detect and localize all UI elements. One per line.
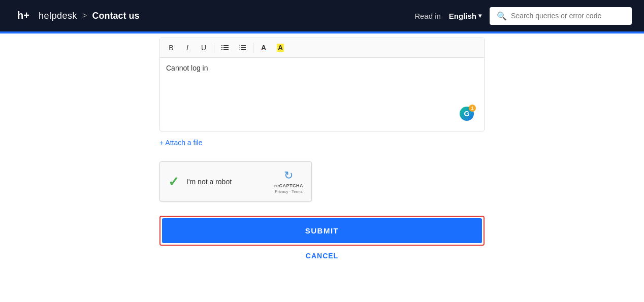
search-input[interactable] xyxy=(511,12,625,20)
header: h+ helpdesk > Contact us Read in English… xyxy=(0,0,644,31)
svg-rect-3 xyxy=(223,45,229,46)
language-label: English xyxy=(449,12,476,20)
editor-toolbar: B I U 1. xyxy=(160,38,484,58)
captcha-checkmark: ✓ xyxy=(168,175,179,188)
recaptcha-brand: reCAPTCHA xyxy=(274,183,303,188)
logo-area[interactable]: h+ helpdesk xyxy=(12,5,77,27)
ordered-list-button[interactable]: 1. 2. 3. xyxy=(235,41,250,54)
recaptcha-links: Privacy · Terms xyxy=(275,189,303,194)
captcha-label: I'm not a robot xyxy=(186,178,267,186)
form-container: B I U 1. xyxy=(159,38,485,260)
svg-text:3.: 3. xyxy=(239,48,240,51)
breadcrumb-separator: > xyxy=(82,11,87,20)
helpdesk-label: helpdesk xyxy=(39,11,77,21)
svg-rect-9 xyxy=(241,45,246,46)
grammarly-widget[interactable]: G 1 xyxy=(465,112,479,126)
font-bg-button[interactable]: A xyxy=(273,41,288,54)
language-selector[interactable]: English ▾ xyxy=(449,12,481,20)
cancel-link[interactable]: CANCEL xyxy=(159,252,485,260)
svg-rect-2 xyxy=(221,45,222,46)
recaptcha-arrows-icon: ↻ xyxy=(284,169,293,182)
bullet-list-button[interactable] xyxy=(217,41,233,54)
font-color-button[interactable]: A xyxy=(256,41,271,54)
svg-rect-6 xyxy=(221,49,222,50)
svg-rect-4 xyxy=(221,47,222,48)
editor-content-area[interactable]: Cannot log in xyxy=(166,64,478,125)
recaptcha-logo: ↻ reCAPTCHA Privacy · Terms xyxy=(274,169,303,194)
svg-rect-7 xyxy=(223,49,229,50)
grammarly-badge: 1 xyxy=(469,105,476,112)
attach-file-link[interactable]: + Attach a file xyxy=(159,139,202,147)
svg-rect-11 xyxy=(241,47,246,48)
toolbar-separator-2 xyxy=(253,43,253,53)
italic-button[interactable]: I xyxy=(180,41,195,54)
toolbar-separator-1 xyxy=(214,43,214,53)
search-box: 🔍 xyxy=(490,7,632,25)
submit-button-wrapper: SUBMIT xyxy=(159,216,485,246)
underline-button[interactable]: U xyxy=(197,41,211,54)
recaptcha-box: ✓ I'm not a robot ↻ reCAPTCHA Privacy · … xyxy=(159,161,312,202)
main-content: B I U 1. xyxy=(0,33,644,302)
chevron-down-icon: ▾ xyxy=(478,12,481,19)
breadcrumb-current: Contact us xyxy=(92,11,139,21)
bold-button[interactable]: B xyxy=(164,41,178,54)
search-icon: 🔍 xyxy=(497,11,507,21)
svg-rect-13 xyxy=(241,49,246,50)
editor-body: Cannot log in G 1 xyxy=(160,58,484,131)
grammarly-icon: G xyxy=(464,110,470,118)
svg-text:h+: h+ xyxy=(17,10,29,21)
header-right: Read in English ▾ 🔍 xyxy=(414,7,632,25)
read-in-label: Read in xyxy=(414,12,441,20)
submit-button[interactable]: SUBMIT xyxy=(162,218,482,243)
editor-wrapper: B I U 1. xyxy=(159,38,485,131)
svg-rect-5 xyxy=(223,47,229,48)
